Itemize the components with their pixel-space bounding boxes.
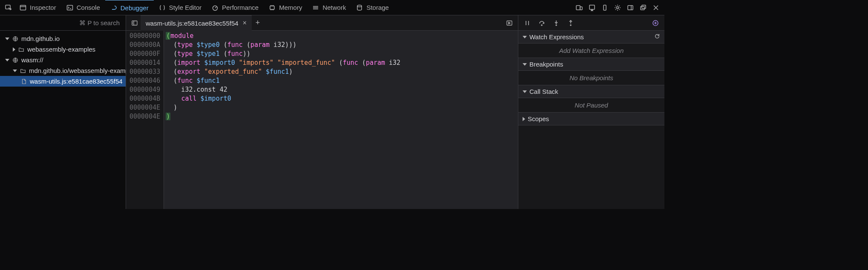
svg-rect-8 xyxy=(580,7,582,10)
sources-panel: ⌘ P to search mdn.github.iowebassembly-e… xyxy=(0,15,126,209)
svg-rect-7 xyxy=(576,6,580,10)
tab-network[interactable]: Network xyxy=(307,0,351,15)
device-icon[interactable] xyxy=(599,2,611,14)
tab-label: Debugger xyxy=(121,4,149,12)
inspector-icon xyxy=(20,4,26,11)
tab-memory[interactable]: Memory xyxy=(264,0,307,15)
tab-inspector[interactable]: Inspector xyxy=(14,0,61,15)
domain-icon xyxy=(12,57,19,64)
tree-label: wasm:// xyxy=(21,56,43,64)
outline-toggle-icon[interactable] xyxy=(129,17,141,29)
tab-label: Network xyxy=(322,4,346,11)
tab-label: Console xyxy=(77,4,100,11)
chevron-right-icon xyxy=(13,47,15,52)
dock-side-icon[interactable] xyxy=(624,2,636,14)
file-icon xyxy=(20,78,27,85)
undock-icon[interactable] xyxy=(637,2,649,14)
memory-icon xyxy=(269,4,276,11)
tree-domain[interactable]: mdn.github.io xyxy=(0,33,126,44)
close-tab-icon[interactable]: × xyxy=(243,19,247,27)
domain-icon xyxy=(12,35,19,42)
step-out-button[interactable] xyxy=(564,17,577,29)
tree-folder[interactable]: mdn.github.io/webassembly-example xyxy=(0,65,126,76)
editor-tab-label: wasm-utils.js:e581cae83ec55f54 xyxy=(146,20,239,27)
section-title: Watch Expressions xyxy=(529,33,584,41)
step-in-button[interactable] xyxy=(550,17,563,29)
iframe-picker-icon[interactable] xyxy=(586,2,598,14)
tree-label: wasm-utils.js:e581cae83ec55f54 xyxy=(30,78,123,85)
tab-label: Memory xyxy=(279,4,302,11)
tab-label: Style Editor xyxy=(169,4,202,11)
svg-rect-10 xyxy=(604,5,606,10)
svg-rect-5 xyxy=(270,6,274,9)
chevron-down-icon xyxy=(13,70,17,72)
debugger-side-panel: Watch Expressions Add Watch Expression B… xyxy=(518,15,664,209)
sources-tree: mdn.github.iowebassembly-exampleswasm://… xyxy=(0,31,126,87)
step-over-button[interactable] xyxy=(535,17,548,29)
responsive-mode-icon[interactable] xyxy=(573,2,585,14)
new-tab-button[interactable]: + xyxy=(252,18,264,27)
svg-rect-3 xyxy=(67,5,72,10)
chevron-down-icon xyxy=(523,63,527,66)
watch-expressions-header[interactable]: Watch Expressions xyxy=(518,31,664,44)
editor-tab-active[interactable]: wasm-utils.js:e581cae83ec55f54 × xyxy=(141,15,252,31)
tree-label: mdn.github.io xyxy=(21,35,60,42)
tree-folder[interactable]: webassembly-examples xyxy=(0,44,126,55)
tab-storage[interactable]: Storage xyxy=(351,0,394,15)
storage-icon xyxy=(356,4,363,11)
svg-rect-9 xyxy=(589,5,595,9)
debugger-icon xyxy=(110,4,117,11)
network-icon xyxy=(312,4,319,11)
svg-rect-12 xyxy=(628,6,633,10)
refresh-icon[interactable] xyxy=(654,33,660,41)
tab-label: Storage xyxy=(366,4,389,11)
devtools-toolbar: Inspector Console Debugger Style Editor … xyxy=(0,0,664,15)
svg-point-23 xyxy=(541,25,542,26)
breakpoints-body: No Breakpoints xyxy=(518,71,664,85)
tab-label: Performance xyxy=(222,4,259,11)
pick-element-icon[interactable] xyxy=(3,2,14,14)
section-title: Scopes xyxy=(528,115,549,122)
chevron-down-icon xyxy=(5,38,9,40)
console-icon xyxy=(66,4,73,11)
tree-label: webassembly-examples xyxy=(27,46,95,53)
svg-point-24 xyxy=(556,25,557,26)
gutter: 00000000 0000000A 0000000F 00000014 0000… xyxy=(126,31,164,209)
style-editor-icon xyxy=(159,4,166,11)
close-devtools-icon[interactable] xyxy=(650,2,662,14)
chevron-down-icon xyxy=(523,36,527,38)
code-content: (module (type $type0 (func (param i32)))… xyxy=(164,31,400,209)
search-hint-label: ⌘ P to search xyxy=(79,19,120,27)
tab-console[interactable]: Console xyxy=(61,0,105,15)
pause-button[interactable] xyxy=(521,17,534,29)
tree-label: mdn.github.io/webassembly-example xyxy=(29,67,134,74)
svg-rect-15 xyxy=(642,5,646,9)
call-stack-header[interactable]: Call Stack xyxy=(518,85,664,98)
section-title: Call Stack xyxy=(529,88,558,95)
search-prompt[interactable]: ⌘ P to search xyxy=(0,15,126,31)
folder-icon xyxy=(18,46,25,53)
svg-point-25 xyxy=(570,25,571,26)
chevron-right-icon xyxy=(523,117,525,121)
svg-rect-14 xyxy=(641,6,644,10)
watch-expressions-body[interactable]: Add Watch Expression xyxy=(518,44,664,58)
call-stack-body: Not Paused xyxy=(518,98,664,113)
tree-domain[interactable]: wasm:// xyxy=(0,55,126,65)
tab-style-editor[interactable]: Style Editor xyxy=(154,0,207,15)
tab-performance[interactable]: Performance xyxy=(207,0,264,15)
folder-icon xyxy=(20,67,26,74)
settings-icon[interactable] xyxy=(612,2,624,14)
tab-debugger[interactable]: Debugger xyxy=(105,0,154,15)
tab-label: Inspector xyxy=(30,4,56,11)
tree-file[interactable]: wasm-utils.js:e581cae83ec55f54 xyxy=(0,76,126,87)
editor-panel: wasm-utils.js:e581cae83ec55f54 × + 00000… xyxy=(126,15,518,209)
code-editor[interactable]: 00000000 0000000A 0000000F 00000014 0000… xyxy=(126,31,518,209)
chevron-down-icon xyxy=(523,90,527,93)
breakpoints-toggle-button[interactable] xyxy=(649,17,662,29)
svg-rect-1 xyxy=(20,5,26,10)
scopes-header[interactable]: Scopes xyxy=(518,113,664,125)
section-title: Breakpoints xyxy=(529,61,563,68)
run-to-cursor-icon[interactable] xyxy=(503,20,515,26)
svg-point-6 xyxy=(357,5,362,7)
breakpoints-header[interactable]: Breakpoints xyxy=(518,58,664,71)
